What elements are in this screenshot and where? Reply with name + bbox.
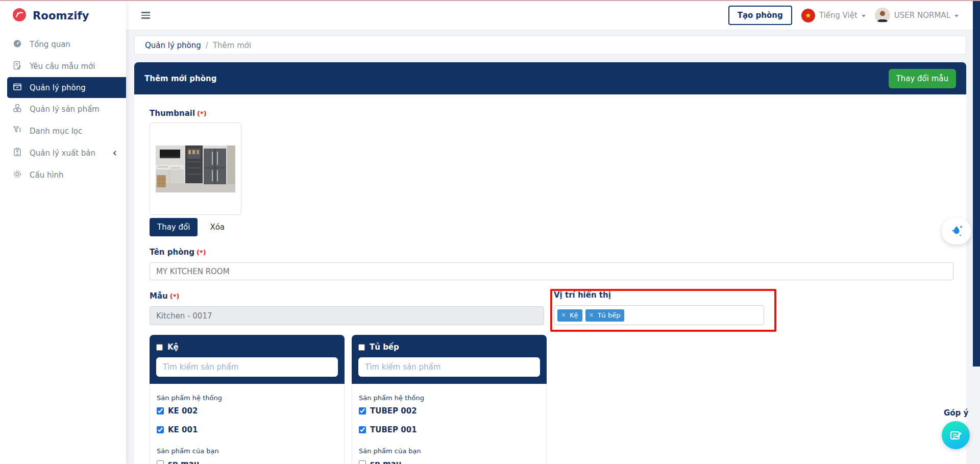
vietnam-flag-icon: ★	[801, 9, 815, 22]
sidebar-item-tong-quan[interactable]: Tổng quan	[0, 33, 126, 55]
sidebar-item-danh-muc-loc[interactable]: Danh mục lọc	[0, 120, 126, 142]
thumbnail-change-button[interactable]: Thay đổi	[150, 218, 198, 236]
product-label: TUBEP 001	[370, 425, 417, 434]
product-row: sp mau	[359, 456, 540, 464]
tag-label: Tủ bếp	[598, 312, 621, 319]
room-name-label: Tên phòng(*)	[150, 248, 206, 257]
product-row: TUBEP 001	[359, 422, 540, 441]
feedback-label: Góp ý	[944, 408, 968, 418]
panel-title: Kệ	[167, 343, 179, 352]
right-edge-panel	[973, 1, 980, 367]
product-checkbox[interactable]	[157, 407, 164, 414]
form-card-header: Thêm mới phòng Thay đổi mẫu	[134, 62, 966, 94]
caret-down-icon	[954, 15, 959, 17]
sidebar-item-label: Quản lý sản phẩm	[30, 105, 100, 114]
sidebar: Roomzify Tổng quan Yêu cầu mẫu mới Quản …	[0, 1, 126, 464]
sidebar-item-quan-ly-xuat-ban[interactable]: Quản lý xuất bản	[0, 142, 126, 164]
template-input	[150, 306, 544, 325]
product-checkbox[interactable]	[359, 460, 366, 464]
panel-tubep: Tủ bếp Sản phẩm hệ thống TUBEP 002 TUBEP…	[352, 335, 547, 464]
tag-remove-icon[interactable]: ×	[561, 312, 566, 318]
position-tag: × Tủ bếp	[585, 309, 625, 322]
product-checkbox[interactable]	[359, 407, 366, 414]
user-name-label: USER NORMAL	[894, 11, 950, 20]
room-name-input[interactable]	[150, 262, 953, 280]
panel-tubep-header: Tủ bếp	[352, 335, 547, 384]
brand-name: Roomzify	[33, 10, 89, 22]
product-label: sp mau	[168, 459, 199, 464]
chevron-left-icon	[112, 150, 118, 156]
sidebar-item-quan-ly-phong[interactable]: Quản lý phòng	[7, 77, 126, 98]
feedback-note-pencil-icon	[949, 428, 963, 443]
product-checkbox[interactable]	[157, 426, 164, 433]
brand-logo[interactable]: Roomzify	[0, 1, 126, 33]
sidebar-nav: Tổng quan Yêu cầu mẫu mới Quản lý phòng …	[0, 33, 126, 186]
panel-ke-body: Sản phẩm hệ thống KE 002 KE 001 Sản phẩm…	[150, 384, 345, 464]
sidebar-item-label: Tổng quan	[30, 40, 70, 49]
breadcrumb-current: Thêm mới	[213, 41, 251, 50]
system-products-group-label: Sản phẩm hệ thống	[157, 394, 337, 402]
product-checkbox[interactable]	[157, 460, 164, 464]
panel-tubep-body: Sản phẩm hệ thống TUBEP 002 TUBEP 001 Sả…	[352, 384, 547, 464]
product-row: KE 002	[157, 403, 337, 422]
panel-ke: Kệ Sản phẩm hệ thống KE 002 KE 001 Sản p…	[150, 335, 345, 464]
sidebar-item-label: Yêu cầu mẫu mới	[30, 62, 95, 71]
thumbnail-label: Thumbnail(*)	[150, 109, 207, 118]
user-avatar	[875, 8, 890, 23]
sidebar-item-yeu-cau-mau-moi[interactable]: Yêu cầu mẫu mới	[0, 55, 126, 77]
create-room-button[interactable]: Tạo phòng	[728, 6, 792, 25]
own-products-group-label: Sản phẩm của bạn	[359, 447, 540, 455]
language-label: Tiếng Việt	[819, 11, 857, 20]
tag-label: Kệ	[570, 312, 578, 319]
breadcrumb-parent-link[interactable]: Quản lý phòng	[145, 41, 201, 50]
water-drop-icon	[949, 224, 964, 238]
dashboard-icon	[12, 38, 22, 51]
feedback-button[interactable]	[942, 421, 970, 449]
window-top-edge	[0, 0, 980, 1]
hamburger-menu-icon[interactable]	[139, 10, 152, 21]
template-label: Mẫu(*)	[150, 291, 179, 301]
user-dropdown[interactable]: USER NORMAL	[875, 8, 959, 23]
sidebar-item-quan-ly-san-pham[interactable]: Quản lý sản phẩm	[0, 98, 126, 120]
product-label: KE 001	[168, 425, 198, 434]
panel-ke-checkbox[interactable]	[156, 344, 163, 351]
own-products-group-label: Sản phẩm của bạn	[157, 447, 337, 455]
tag-remove-icon[interactable]: ×	[589, 312, 594, 318]
form-card-body: Thumbnail(*)	[134, 94, 966, 464]
product-row: TUBEP 002	[359, 403, 540, 422]
breadcrumb-separator: /	[206, 41, 208, 50]
room-box-icon	[12, 82, 22, 94]
product-row: sp mau	[157, 456, 337, 464]
positions-tag-input[interactable]: × Kệ × Tủ bếp	[554, 305, 764, 325]
kitchen-thumbnail-image	[156, 145, 235, 192]
panel-tubep-checkbox[interactable]	[358, 344, 365, 351]
language-dropdown[interactable]: ★ Tiếng Việt	[801, 9, 866, 22]
sidebar-item-label: Cấu hình	[30, 170, 64, 180]
roomzify-logo-icon	[11, 7, 28, 25]
product-label: KE 002	[168, 406, 198, 416]
product-label: TUBEP 002	[370, 406, 417, 416]
product-checkbox[interactable]	[359, 426, 366, 433]
thumbnail-preview-box	[150, 123, 241, 215]
water-drop-widget-handle[interactable]	[942, 218, 971, 245]
panel-ke-header: Kệ	[150, 335, 345, 384]
panel-ke-search-input[interactable]	[156, 357, 338, 377]
positions-label: Vị trí hiển thị	[554, 290, 611, 300]
gear-icon	[12, 169, 22, 181]
sidebar-item-cau-hinh[interactable]: Cấu hình	[0, 164, 126, 186]
product-row: KE 001	[157, 422, 337, 441]
filter-list-icon	[12, 125, 22, 137]
products-cubes-icon	[12, 103, 22, 115]
caret-down-icon	[862, 15, 866, 17]
thumbnail-actions: Thay đổi Xóa	[150, 218, 225, 236]
panel-tubep-search-input[interactable]	[358, 357, 540, 377]
sidebar-item-label: Danh mục lọc	[30, 127, 82, 136]
breadcrumb: Quản lý phòng / Thêm mới	[134, 36, 966, 55]
sidebar-item-label: Quản lý phòng	[30, 83, 86, 92]
thumbnail-delete-button[interactable]: Xóa	[210, 223, 225, 232]
change-template-button[interactable]: Thay đổi mẫu	[889, 69, 956, 88]
system-products-group-label: Sản phẩm hệ thống	[359, 394, 540, 402]
panel-title: Tủ bếp	[370, 343, 399, 352]
publish-clipboard-icon	[12, 147, 22, 159]
screen: Roomzify Tổng quan Yêu cầu mẫu mới Quản …	[0, 0, 980, 464]
